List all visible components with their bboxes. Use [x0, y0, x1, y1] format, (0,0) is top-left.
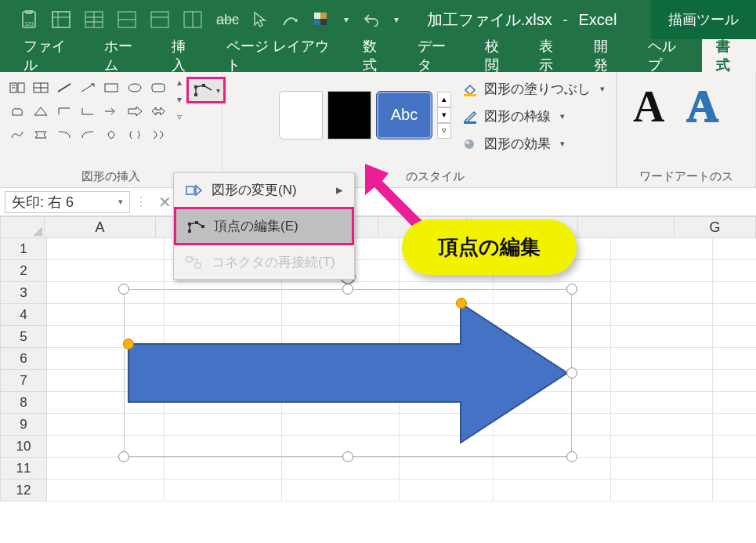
adjust-handle[interactable] — [123, 338, 134, 349]
cell[interactable] — [713, 392, 756, 414]
tab-formulas[interactable]: 数式 — [349, 39, 403, 72]
cell[interactable] — [611, 326, 713, 348]
pivot-icon[interactable] — [52, 11, 71, 28]
arrow-shape-polygon[interactable] — [128, 303, 567, 443]
shape-effects-button[interactable]: 図形の効果▾ — [462, 135, 605, 153]
tab-review[interactable]: 校閲 — [471, 39, 525, 72]
cell[interactable] — [611, 260, 713, 282]
cell[interactable] — [611, 370, 713, 392]
row-header[interactable]: 3 — [0, 282, 47, 304]
draw-icon[interactable] — [281, 11, 298, 28]
cell[interactable] — [282, 480, 400, 501]
cell[interactable] — [47, 458, 165, 480]
resize-handle[interactable] — [342, 451, 353, 462]
name-box[interactable]: 矢印: 右 6 ▾ — [5, 191, 130, 213]
resize-handle[interactable] — [566, 367, 577, 378]
style-sample-black[interactable] — [327, 91, 371, 139]
resize-handle[interactable] — [118, 284, 129, 295]
row-header[interactable]: 6 — [0, 348, 47, 370]
tab-format[interactable]: 書式 — [702, 39, 756, 72]
merge2-icon[interactable] — [150, 11, 169, 28]
tab-developer[interactable]: 開発 — [580, 39, 634, 72]
cell[interactable] — [713, 282, 756, 304]
gallery-more-icon[interactable]: ▿ — [437, 123, 451, 139]
cell[interactable] — [611, 480, 713, 501]
cell[interactable] — [165, 458, 282, 480]
paste-icon[interactable]: 123 — [20, 10, 38, 29]
col-header-G[interactable]: G — [675, 216, 756, 238]
cell[interactable] — [611, 458, 713, 480]
cell[interactable] — [611, 238, 713, 260]
cell[interactable] — [713, 326, 756, 348]
merge-icon[interactable] — [118, 11, 136, 28]
cell[interactable] — [713, 436, 756, 458]
menu-edit-points[interactable]: 頂点の編集(E) — [174, 207, 354, 245]
cell[interactable] — [611, 392, 713, 414]
shape-fill-button[interactable]: 図形の塗りつぶし▾ — [462, 80, 605, 98]
tab-data[interactable]: データ — [403, 39, 471, 72]
strikethrough-icon[interactable]: abc — [216, 12, 239, 28]
gallery-up-icon[interactable]: ▴ — [437, 92, 451, 107]
row-header[interactable]: 2 — [0, 260, 47, 282]
cell[interactable] — [713, 480, 756, 501]
cell[interactable] — [400, 458, 494, 480]
cell[interactable] — [611, 436, 713, 458]
table-icon[interactable] — [85, 11, 103, 28]
tab-home[interactable]: ホーム — [90, 39, 157, 72]
row-header[interactable]: 9 — [0, 414, 47, 436]
row-header[interactable]: 5 — [0, 326, 47, 348]
cell[interactable] — [47, 260, 165, 282]
cell[interactable] — [282, 458, 400, 480]
cell[interactable] — [713, 348, 756, 370]
tab-view[interactable]: 表示 — [525, 39, 579, 72]
row-header[interactable]: 8 — [0, 392, 47, 414]
tab-file[interactable]: ファイル — [9, 39, 90, 72]
cell[interactable] — [611, 414, 713, 436]
row-header[interactable]: 4 — [0, 304, 47, 326]
cell[interactable] — [494, 480, 611, 501]
row-header[interactable]: 1 — [0, 238, 47, 260]
row-header[interactable]: 7 — [0, 370, 47, 392]
cell[interactable] — [494, 458, 611, 480]
cell[interactable] — [713, 370, 756, 392]
qat-dropdown-icon[interactable]: ▾ — [344, 14, 349, 25]
cell[interactable] — [713, 414, 756, 436]
cell[interactable] — [611, 348, 713, 370]
menu-change-shape[interactable]: 図形の変更(N) — [174, 173, 354, 207]
resize-handle[interactable] — [566, 451, 577, 462]
selected-arrow-shape[interactable] — [124, 289, 572, 457]
wordart-sample-fill[interactable]: A — [633, 81, 664, 132]
style-sample-outline[interactable] — [279, 91, 323, 139]
cell[interactable] — [165, 480, 282, 501]
cancel-formula-icon[interactable]: ✕ — [158, 193, 172, 212]
shapes-gallery[interactable] — [6, 77, 169, 146]
tab-page-layout[interactable]: ページ レイアウト — [212, 39, 349, 72]
col-header-F[interactable] — [578, 216, 675, 238]
edit-shape-button[interactable]: ▾ — [186, 77, 226, 103]
cell[interactable] — [611, 282, 713, 304]
undo-icon[interactable] — [363, 13, 380, 27]
shape-outline-button[interactable]: 図形の枠線▾ — [462, 107, 605, 125]
style-sample-blue[interactable]: Abc — [376, 91, 432, 139]
cell[interactable] — [713, 458, 756, 480]
cell[interactable] — [713, 238, 756, 260]
row-header[interactable]: 10 — [0, 436, 47, 458]
gallery-down-icon[interactable]: ▾ — [437, 107, 451, 123]
resize-handle[interactable] — [342, 284, 353, 295]
tab-help[interactable]: ヘルプ — [634, 39, 701, 72]
row-header[interactable]: 11 — [0, 458, 47, 480]
tab-insert[interactable]: 挿入 — [157, 39, 212, 72]
merge3-icon[interactable] — [183, 11, 202, 28]
color-picker-icon[interactable] — [313, 11, 330, 28]
cursor-icon[interactable] — [253, 11, 267, 28]
resize-handle[interactable] — [566, 284, 577, 295]
row-header[interactable]: 12 — [0, 480, 47, 501]
cell[interactable] — [713, 260, 756, 282]
quick-access-toolbar[interactable]: 123 abc ▾ ▾ — [6, 10, 399, 29]
col-header-A[interactable]: A — [45, 216, 156, 238]
select-all-corner[interactable] — [0, 216, 45, 238]
resize-handle[interactable] — [118, 451, 129, 462]
cell[interactable] — [611, 304, 713, 326]
adjust-handle[interactable] — [456, 298, 467, 309]
wordart-sample-outline[interactable]: A — [686, 81, 718, 132]
